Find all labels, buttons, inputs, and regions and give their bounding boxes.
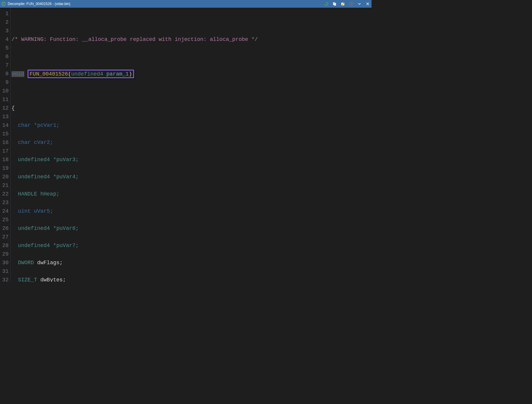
line-number: 19 xyxy=(0,164,9,173)
line-number: 22 xyxy=(0,190,9,198)
code-line: undefined4 *puVar3; xyxy=(12,155,372,164)
line-number: 29 xyxy=(0,250,9,259)
svg-rect-3 xyxy=(334,3,336,6)
code-area: 1 2 3 4 5 6 7 8 9 10 11 12 13 14 15 16 1… xyxy=(0,8,372,282)
line-number: 16 xyxy=(0,138,9,147)
code-line: uint uVar5; xyxy=(12,207,372,216)
line-number: 14 xyxy=(0,121,9,130)
snapshot-icon[interactable] xyxy=(348,1,354,7)
line-number: 1 xyxy=(0,9,9,18)
line-number: 18 xyxy=(0,155,9,164)
line-number: 11 xyxy=(0,95,9,104)
code-line: void FUN_00401526(undefined4 param_1) xyxy=(12,70,372,78)
line-number: 6 xyxy=(0,52,9,61)
line-number: 23 xyxy=(0,198,9,207)
code-line: SIZE_T dwBytes; xyxy=(12,276,372,282)
window-title: Decompile: FUN_00401526 - (vidar.bin) xyxy=(8,2,324,6)
line-number: 20 xyxy=(0,173,9,181)
code-line: HANDLE hHeap; xyxy=(12,190,372,198)
code-line: DWORD dwFlags; xyxy=(12,259,372,267)
code-line: { xyxy=(12,104,372,113)
line-number: 32 xyxy=(0,276,9,282)
line-number: 3 xyxy=(0,27,9,35)
line-number: 31 xyxy=(0,267,9,276)
close-icon[interactable] xyxy=(365,1,370,7)
dropdown-icon[interactable] xyxy=(357,1,362,7)
line-number: 8 xyxy=(0,70,9,78)
line-number: 27 xyxy=(0,233,9,241)
decompiler-icon: C xyxy=(1,1,6,6)
titlebar-actions xyxy=(324,1,370,7)
line-number: 15 xyxy=(0,130,9,138)
code-line xyxy=(12,52,372,61)
copy-icon[interactable] xyxy=(332,1,337,7)
code-line xyxy=(12,87,372,95)
line-number: 28 xyxy=(0,241,9,250)
function-name: FUN_00401526 xyxy=(30,71,68,77)
line-number: 21 xyxy=(0,181,9,190)
refresh-icon[interactable] xyxy=(324,1,329,7)
code-line: /* WARNING: Function: __alloca_probe rep… xyxy=(12,35,372,44)
comment: /* WARNING: Function: __alloca_probe rep… xyxy=(12,36,258,42)
code-line: undefined4 *puVar7; xyxy=(12,241,372,250)
line-number: 2 xyxy=(0,18,9,27)
function-signature-highlight: FUN_00401526(undefined4 param_1) xyxy=(28,70,134,78)
edit-icon[interactable] xyxy=(340,1,345,7)
param-name: param_1 xyxy=(106,71,129,77)
line-number-gutter: 1 2 3 4 5 6 7 8 9 10 11 12 13 14 15 16 1… xyxy=(0,8,11,282)
code-line: char *pcVar1; xyxy=(12,121,372,130)
code-line: char cVar2; xyxy=(12,138,372,147)
code-line: undefined4 *puVar4; xyxy=(12,173,372,181)
line-number: 5 xyxy=(0,44,9,52)
line-number: 7 xyxy=(0,61,9,70)
line-number: 9 xyxy=(0,78,9,87)
line-number: 30 xyxy=(0,259,9,267)
titlebar: C Decompile: FUN_00401526 - (vidar.bin) xyxy=(0,0,372,8)
code-content[interactable]: /* WARNING: Function: __alloca_probe rep… xyxy=(11,8,372,282)
line-number: 13 xyxy=(0,113,9,121)
line-number: 10 xyxy=(0,87,9,95)
keyword-void: void xyxy=(12,71,24,77)
line-number: 25 xyxy=(0,216,9,224)
line-number: 12 xyxy=(0,104,9,113)
svg-text:C: C xyxy=(3,2,4,5)
line-number: 17 xyxy=(0,147,9,155)
line-number: 26 xyxy=(0,224,9,233)
code-line: undefined4 *puVar6; xyxy=(12,224,372,233)
line-number: 24 xyxy=(0,207,9,216)
svg-point-6 xyxy=(351,4,352,5)
code-line xyxy=(12,18,372,27)
line-number: 4 xyxy=(0,35,9,44)
